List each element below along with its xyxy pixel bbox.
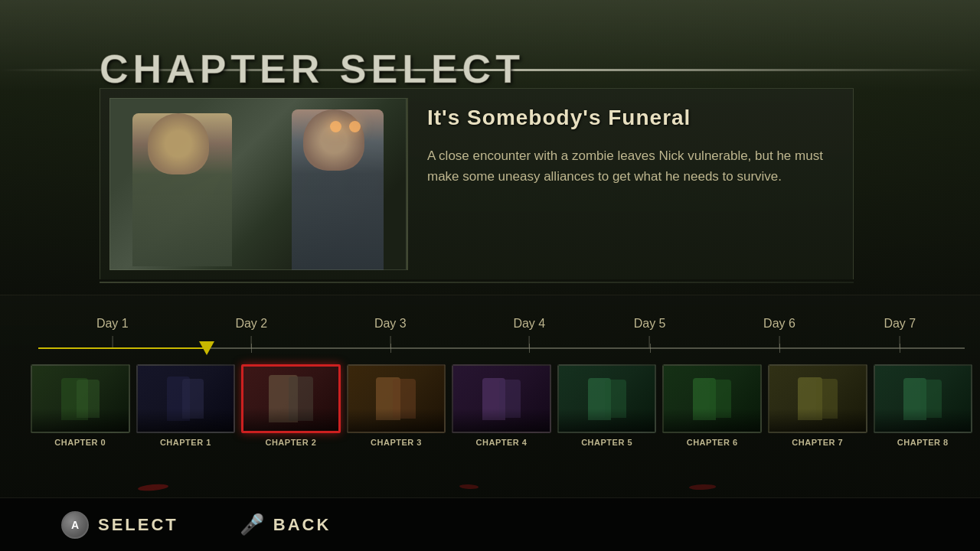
info-panel: It's Somebody's Funeral A close encounte… (100, 88, 854, 279)
a-button-label: A (71, 519, 79, 531)
day-label-7: Day 7 (884, 317, 916, 331)
chapter-3-label: CHAPTER 3 (371, 438, 422, 447)
select-control: A SELECT (61, 511, 178, 539)
chapter-6-thumb[interactable]: CHAPTER 6 (662, 364, 762, 447)
chapters-row: CHAPTER 0 CHAPTER 1 CHAPTER 2 (31, 364, 972, 447)
tick-day3 (390, 344, 391, 353)
chapter-3-thumb[interactable]: CHAPTER 3 (347, 364, 446, 447)
chapter-preview-image (109, 98, 408, 270)
chapter-3-image (347, 364, 446, 433)
mic-icon: 🎤 (240, 513, 264, 536)
select-label: SELECT (98, 515, 178, 535)
day-label-4: Day 4 (513, 317, 545, 331)
back-label: BACK (273, 515, 332, 535)
chapter-0-label: CHAPTER 0 (54, 438, 106, 447)
chapter-1-image (136, 364, 236, 433)
day-labels: Day 1 Day 2 Day 3 Day 4 Day 5 Day 6 Day … (38, 317, 965, 344)
chapter-8-image (874, 364, 973, 433)
image-border (109, 98, 407, 270)
chapter-name: It's Somebody's Funeral (427, 106, 834, 130)
chapter-5-label: CHAPTER 5 (581, 438, 632, 447)
chapter-2-label: CHAPTER 2 (265, 438, 316, 447)
chapter-0-thumb[interactable]: CHAPTER 0 (31, 364, 130, 447)
chapter-4-image (452, 364, 551, 433)
chapter-5-image (557, 364, 657, 433)
day-label-1: Day 1 (96, 317, 129, 331)
tick-day7 (900, 344, 900, 353)
chapter-0-image (31, 364, 130, 433)
chapter-7-label: CHAPTER 7 (792, 438, 843, 447)
chapter-info: It's Somebody's Funeral A close encounte… (408, 89, 853, 279)
tick-day5 (650, 344, 651, 353)
chapter-2-image (241, 364, 341, 433)
chapter-5-thumb[interactable]: CHAPTER 5 (557, 364, 657, 447)
chapter-4-thumb[interactable]: CHAPTER 4 (452, 364, 551, 447)
day-label-2: Day 2 (235, 317, 267, 331)
timeline-progress (38, 347, 207, 349)
tick-day6 (779, 344, 780, 353)
day-label-3: Day 3 (374, 317, 407, 331)
chapter-7-image (768, 364, 867, 433)
day-label-6: Day 6 (763, 317, 795, 331)
a-button[interactable]: A (61, 511, 89, 539)
chapter-6-image (662, 364, 762, 433)
chapter-7-thumb[interactable]: CHAPTER 7 (768, 364, 867, 447)
chapter-6-label: CHAPTER 6 (687, 438, 738, 447)
chapter-description: A close encounter with a zombie leaves N… (427, 145, 834, 187)
chapter-1-thumb[interactable]: CHAPTER 1 (136, 364, 236, 447)
chapter-8-thumb[interactable]: CHAPTER 8 (874, 364, 973, 447)
chapter-1-label: CHAPTER 1 (160, 438, 211, 447)
bottom-bar: A SELECT 🎤 BACK (0, 497, 980, 551)
day-label-5: Day 5 (634, 317, 666, 331)
chapter-2-thumb[interactable]: CHAPTER 2 (241, 364, 341, 447)
tick-day4 (529, 344, 530, 353)
timeline-track (38, 347, 965, 349)
chapter-4-label: CHAPTER 4 (476, 438, 528, 447)
timeline-marker (199, 341, 214, 355)
back-control: 🎤 BACK (240, 513, 332, 536)
panel-bottom-border (100, 282, 854, 283)
tick-day2 (251, 344, 252, 353)
chapter-8-label: CHAPTER 8 (897, 438, 949, 447)
page-title: CHAPTER SELECT (100, 46, 524, 92)
